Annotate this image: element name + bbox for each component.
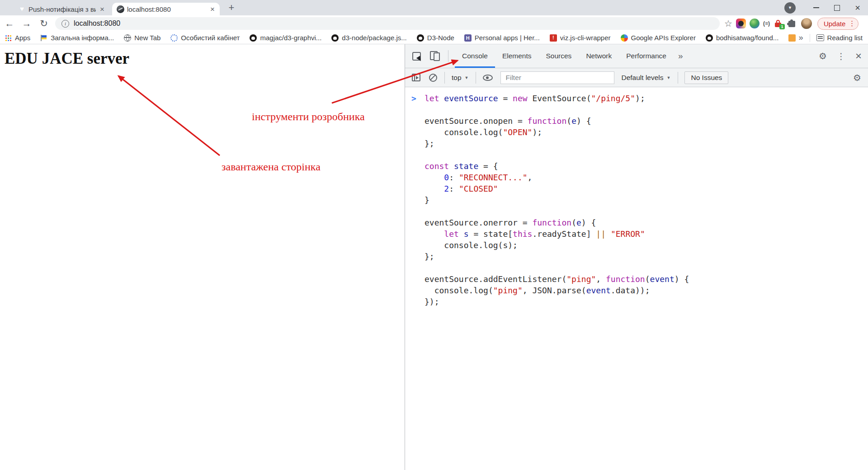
live-expression-eye-icon[interactable] <box>483 75 493 81</box>
inspect-element-icon[interactable] <box>412 52 421 61</box>
page-title: EDU JACE server <box>5 50 405 68</box>
console-code-line: console.log("ping", JSON.parse(event.dat… <box>425 285 868 296</box>
browser-tab-push-notification[interactable]: ♥ Push-нотифікація з використан × <box>14 3 109 15</box>
pinwheel-icon <box>621 34 628 42</box>
annotation-page-label: завантажена сторінка <box>222 161 321 173</box>
heroku-icon <box>464 34 472 42</box>
forward-button[interactable]: → <box>19 18 34 29</box>
github-icon <box>250 34 257 42</box>
console-code-line: }; <box>425 138 868 149</box>
bookmark-item[interactable]: Загальна інформа... <box>40 34 114 42</box>
devtools-more-tabs-chevron[interactable]: » <box>678 51 683 61</box>
bookmark-item[interactable]: magjac/d3-graphvi... <box>250 34 321 42</box>
extension-password-lock-icon[interactable]: 1 <box>774 19 783 28</box>
browser-update-menu-icon[interactable]: ▼ <box>784 2 796 14</box>
dotted-circle-icon <box>170 34 178 42</box>
bookmarks-overflow-chevron[interactable]: » <box>799 33 803 42</box>
log-levels-selector[interactable]: Default levels ▼ <box>621 74 670 82</box>
devtools-close-icon[interactable]: × <box>855 50 862 62</box>
bookmark-item[interactable]: Personal apps | Her... <box>464 34 540 42</box>
console-filter-input[interactable] <box>500 71 614 84</box>
devtools-tab-performance[interactable]: Performance <box>619 44 674 68</box>
reading-list-button[interactable]: Reading list <box>827 34 863 42</box>
devtools-tab-network[interactable]: Network <box>579 44 619 68</box>
site-info-icon[interactable]: i <box>61 20 69 28</box>
browser-toolbar: ← → ↻ i localhost:8080 ☆ (≡) 1 Update ⋮ <box>0 15 868 32</box>
annotation-devtools-label: інструменти розробника <box>252 111 365 123</box>
divider <box>810 34 810 42</box>
devtools-kebab-icon[interactable]: ⋮ <box>837 51 845 61</box>
devtools-tab-elements[interactable]: Elements <box>495 44 539 68</box>
bookmark-item[interactable]: D3-Node <box>417 34 454 42</box>
update-button[interactable]: Update ⋮ <box>817 18 859 30</box>
console-code-line <box>425 104 868 115</box>
profile-avatar[interactable] <box>801 18 812 29</box>
console-code-line: >let eventSource = new EventSource("/pin… <box>425 93 868 104</box>
update-kebab-icon[interactable]: ⋮ <box>849 19 855 28</box>
bookmark-label: New Tab <box>134 34 160 42</box>
console-context-selector[interactable]: top ▼ <box>452 74 468 82</box>
console-code-line: eventSource.onopen = function(e) { <box>425 115 868 127</box>
globe-icon <box>124 34 131 42</box>
devtools-tabbar-tabs: ConsoleElementsSourcesNetworkPerformance <box>455 44 674 68</box>
issues-counter-button[interactable]: No Issues <box>684 71 728 84</box>
bookmark-star-icon[interactable]: ☆ <box>724 18 732 29</box>
console-code-line: 0: "RECONNECT...", <box>425 172 868 183</box>
bookmark-item[interactable]: bodhisatwag/found... <box>706 34 778 42</box>
console-code-line: } <box>425 194 868 206</box>
console-prompt-icon: > <box>411 93 416 104</box>
bookmark-label: viz.js-cli-wrapper <box>560 34 611 42</box>
console-code-line <box>425 206 868 217</box>
extension-earth-icon[interactable] <box>750 19 760 28</box>
bookmark-label: Загальна інформа... <box>51 34 114 42</box>
bookmark-label: D3-Node <box>427 34 454 42</box>
back-button[interactable]: ← <box>2 18 17 29</box>
console-sidebar-toggle-icon[interactable] <box>412 74 420 81</box>
new-tab-button[interactable]: + <box>225 2 238 14</box>
window-close-button[interactable]: × <box>847 0 868 15</box>
console-code-line: let s = state[this.readyState] || "ERROR… <box>425 228 868 240</box>
devtools-tab-sources[interactable]: Sources <box>539 44 579 68</box>
address-bar[interactable]: i localhost:8080 <box>55 17 720 30</box>
device-toolbar-icon[interactable] <box>430 51 441 61</box>
site-favicon <box>117 5 124 13</box>
minimize-button[interactable] <box>806 0 826 15</box>
tab-close-icon[interactable]: × <box>209 5 216 13</box>
clear-console-icon[interactable] <box>429 74 437 82</box>
bookmark-label: Apps <box>15 34 30 42</box>
bookmarks-list: AppsЗагальна інформа...New TabОсобистий … <box>5 34 799 42</box>
console-code-line: }); <box>425 296 868 307</box>
extensions-puzzle-icon[interactable] <box>787 19 797 28</box>
divider <box>444 72 445 84</box>
devtools-panel: ConsoleElementsSourcesNetworkPerformance… <box>405 44 868 470</box>
bookmark-item[interactable]: Apps <box>5 34 30 42</box>
heart-favicon: ♥ <box>18 5 26 13</box>
bookmark-item[interactable]: client - Title <box>788 34 798 42</box>
devtools-settings-gear-icon[interactable]: ⚙ <box>819 51 827 61</box>
console-toolbar: top ▼ Default levels ▼ No Issues ⚙ <box>405 68 868 87</box>
extension-json-viewer-icon[interactable]: (≡) <box>763 19 770 28</box>
console-code[interactable]: >let eventSource = new EventSource("/pin… <box>405 88 868 470</box>
bookmark-item[interactable]: viz.js-cli-wrapper <box>550 34 611 42</box>
console-settings-gear-icon[interactable]: ⚙ <box>853 72 861 83</box>
extension-camera-icon[interactable] <box>736 19 746 28</box>
github-icon <box>706 34 713 42</box>
url-text: localhost:8080 <box>74 19 120 28</box>
orange-square-icon <box>788 34 796 42</box>
tab-close-icon[interactable]: × <box>99 5 106 13</box>
reload-button[interactable]: ↻ <box>36 18 52 29</box>
chevron-down-icon: ▼ <box>465 75 469 80</box>
window-controls: ▼ × <box>784 0 868 15</box>
bookmark-item[interactable]: New Tab <box>124 34 160 42</box>
bookmark-item[interactable]: Google APIs Explorer <box>621 34 696 42</box>
devtools-tab-console[interactable]: Console <box>455 44 495 68</box>
red-square-icon <box>550 34 557 42</box>
bookmark-item[interactable]: Особистий кабінет <box>170 34 240 42</box>
bookmark-item[interactable]: d3-node/package.js... <box>331 34 406 42</box>
maximize-button[interactable] <box>826 0 847 15</box>
browser-tab-localhost[interactable]: localhost:8080 × <box>112 3 220 15</box>
content-area: EDU JACE server інструменти розробника з… <box>0 44 868 470</box>
console-code-line: eventSource.addEventListener("ping", fun… <box>425 273 868 285</box>
bookmark-label: bodhisatwag/found... <box>716 34 778 42</box>
console-code-line: }; <box>425 251 868 262</box>
